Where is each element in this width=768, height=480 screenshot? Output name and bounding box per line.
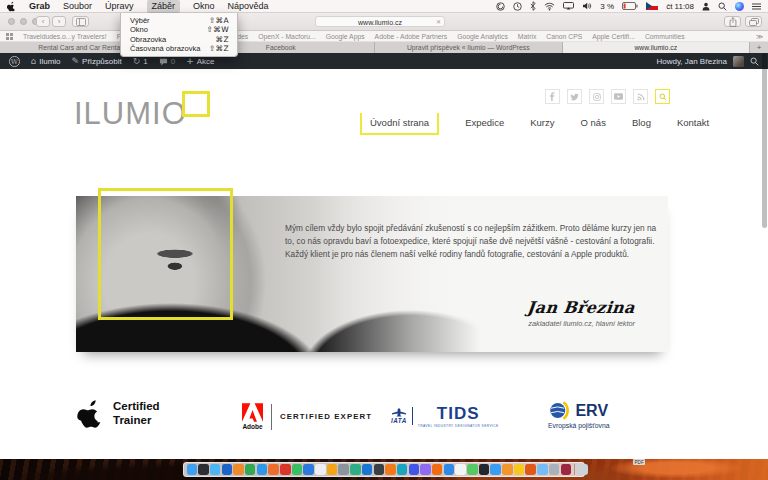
favorites-grid-icon[interactable] [6, 33, 13, 40]
site-logo[interactable]: ILUMIO [74, 96, 187, 132]
bookmark-9[interactable]: Google Analytics [457, 33, 508, 40]
finder-dock-icon[interactable] [187, 464, 198, 475]
wp-account[interactable]: Howdy, Jan Březina [656, 56, 759, 67]
clock-menu-icon[interactable] [513, 2, 522, 11]
bookmark-8[interactable]: Adobe - Adobe Partners [375, 33, 448, 40]
trash-dock-icon[interactable] [577, 464, 588, 475]
airplay-display-icon[interactable] [563, 2, 574, 10]
app-21-dock-icon[interactable] [420, 464, 431, 475]
volume-icon[interactable] [582, 2, 592, 10]
nav-item-2[interactable]: Expedice [465, 113, 504, 135]
capture-selection-rectangle[interactable] [98, 188, 233, 320]
menu-clock[interactable]: čt 11:08 [666, 2, 694, 11]
site-search-icon[interactable] [655, 89, 670, 104]
app-14-dock-icon[interactable] [338, 464, 349, 475]
capture-menu-item-4[interactable]: Časovaná obrazovka⇧⌘Z [121, 44, 237, 54]
menu-item-2[interactable]: Soubor [63, 0, 92, 13]
facebook-icon[interactable] [545, 89, 560, 104]
instagram-icon[interactable] [589, 89, 604, 104]
back-button[interactable]: ‹ [36, 16, 50, 27]
nav-item-4[interactable]: O nás [581, 113, 606, 135]
desktop-pdf-file[interactable]: PDF [633, 459, 645, 465]
app-32-dock-icon[interactable] [549, 464, 560, 475]
app-09-dock-icon[interactable] [280, 464, 291, 475]
app-26-dock-icon[interactable] [479, 464, 490, 475]
minimize-window-icon[interactable] [20, 18, 27, 25]
wp-comments[interactable]: 0 [159, 57, 175, 66]
app-05-dock-icon[interactable] [233, 464, 244, 475]
bookmark-11[interactable]: Canon CPS [546, 33, 582, 40]
app-28-dock-icon[interactable] [502, 464, 513, 475]
app-15-dock-icon[interactable] [350, 464, 361, 475]
wp-updates[interactable]: ↻ 1 [133, 57, 148, 66]
bookmark-14[interactable]: ≫ [756, 31, 763, 42]
czech-flag-icon[interactable] [646, 2, 658, 10]
wordpress-logo-icon[interactable]: W [9, 56, 20, 67]
twitter-icon[interactable] [567, 89, 582, 104]
bookmark-1[interactable]: Traveldudes.o...y Travelers! [23, 33, 107, 40]
bookmark-10[interactable]: Matrix [518, 33, 537, 40]
notification-center-icon[interactable] [752, 3, 761, 10]
app-19-dock-icon[interactable] [397, 464, 408, 475]
app-13-dock-icon[interactable] [327, 464, 338, 475]
bluetooth-icon[interactable] [530, 1, 536, 11]
rss-icon[interactable] [633, 89, 648, 104]
menu-item-1[interactable]: Grab [29, 0, 50, 13]
spotlight-icon[interactable] [718, 2, 727, 11]
siri-icon[interactable] [735, 2, 744, 11]
share-button[interactable] [724, 16, 741, 27]
nav-item-3[interactable]: Kurzy [530, 113, 554, 135]
app-20-dock-icon[interactable] [409, 464, 420, 475]
close-window-icon[interactable] [8, 18, 15, 25]
bookmark-13[interactable]: Communities [645, 33, 685, 40]
scrollbar-thumb[interactable] [762, 53, 767, 228]
app-27-dock-icon[interactable] [490, 464, 501, 475]
wp-customize[interactable]: ✎ Přizpůsobit [72, 57, 122, 66]
new-tab-button[interactable]: + [750, 42, 768, 53]
bookmark-12[interactable]: Apple Certifi... [592, 33, 635, 40]
app-24-dock-icon[interactable] [455, 464, 466, 475]
nav-item-6[interactable]: Kontakt [677, 113, 709, 135]
adobe-reader-dock-icon[interactable] [561, 464, 572, 475]
app-18-dock-icon[interactable] [385, 464, 396, 475]
app-02-dock-icon[interactable] [198, 464, 209, 475]
app-23-dock-icon[interactable] [444, 464, 455, 475]
app-07-dock-icon[interactable] [257, 464, 268, 475]
show-tabs-button[interactable] [745, 16, 762, 27]
forward-button[interactable]: › [52, 16, 66, 27]
sidebar-button[interactable] [72, 16, 89, 27]
stop-loading-icon[interactable]: ✕ [436, 17, 441, 28]
capture-menu-item-3[interactable]: Obrazovka⌘Z [121, 35, 237, 45]
app-03-dock-icon[interactable] [210, 464, 221, 475]
app-06-dock-icon[interactable] [245, 464, 256, 475]
youtube-icon[interactable] [611, 89, 626, 104]
menu-item-6[interactable]: Nápověda [228, 0, 269, 13]
app-16-dock-icon[interactable] [362, 464, 373, 475]
app-25-dock-icon[interactable] [467, 464, 478, 475]
wp-new-menu[interactable]: + Akce [186, 57, 214, 66]
app-17-dock-icon[interactable] [374, 464, 385, 475]
wp-site-menu[interactable]: ⌂ Ilumio [31, 57, 61, 66]
app-08-dock-icon[interactable] [268, 464, 279, 475]
capture-menu-item-2[interactable]: Okno⇧⌘W [121, 25, 237, 35]
bookmark-6[interactable]: OpenX - Macforu... [258, 33, 315, 40]
app-22-dock-icon[interactable] [432, 464, 443, 475]
wp-search-icon[interactable] [750, 57, 759, 66]
user-menu-icon[interactable] [702, 2, 710, 11]
app-30-dock-icon[interactable] [525, 464, 536, 475]
app-10-dock-icon[interactable] [292, 464, 303, 475]
menu-item-5[interactable]: Okno [193, 0, 215, 13]
wifi-icon[interactable] [544, 2, 555, 11]
sync-menu-icon[interactable] [496, 2, 505, 11]
app-11-dock-icon[interactable] [303, 464, 314, 475]
app-04-dock-icon[interactable] [222, 464, 233, 475]
tab-4[interactable]: www.ilumio.cz [563, 42, 751, 53]
app-31-dock-icon[interactable] [537, 464, 548, 475]
app-12-dock-icon[interactable] [315, 464, 326, 475]
nav-item-5[interactable]: Blog [632, 113, 651, 135]
menu-item-4[interactable]: Záběr [147, 0, 181, 13]
apple-menu-icon[interactable] [7, 1, 16, 12]
bookmark-7[interactable]: Google Apps [326, 33, 365, 40]
capture-menu-item-1[interactable]: Výběr⇧⌘A [121, 16, 237, 26]
tab-3[interactable]: Upravit příspěvek « Ilumio — WordPress [375, 42, 563, 53]
